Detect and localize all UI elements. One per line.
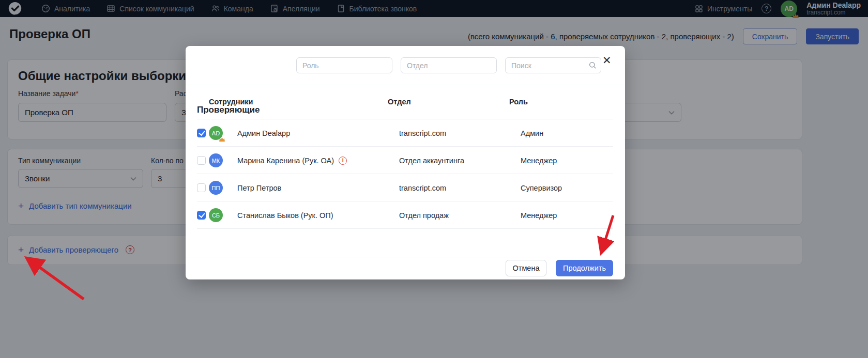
reviewers-modal: Проверяющие ✕ Сотрудники Отдел Роль AD А… <box>186 46 625 279</box>
employee-department: Отдел аккаунтинга <box>399 147 464 174</box>
employee-name: Админ Dealappi <box>237 119 290 147</box>
modal-title: Проверяющие <box>197 105 260 115</box>
table-row: ПП Петр Петровi transcript.com Супервизо… <box>197 174 613 201</box>
employee-role: Менеджер <box>521 147 557 174</box>
employee-name: Петр Петровi <box>237 174 281 201</box>
avatar: СБ <box>209 208 223 222</box>
search-input[interactable] <box>505 57 601 73</box>
avatar: AD <box>209 126 223 140</box>
table-row: AD Админ Dealappi transcript.com Админ <box>197 119 613 147</box>
table-row: СБ Станислав Быков (Рук. ОП)i Отдел прод… <box>197 201 613 229</box>
avatar: МК <box>209 153 223 167</box>
department-filter-input[interactable] <box>401 57 497 73</box>
employee-department: Отдел продаж <box>399 201 449 229</box>
employee-role: Админ <box>521 119 543 147</box>
continue-button[interactable]: Продолжить <box>556 260 613 276</box>
employee-department: transcript.com <box>399 119 446 147</box>
cancel-button[interactable]: Отмена <box>506 260 546 276</box>
avatar: ПП <box>209 181 223 195</box>
crown-icon <box>219 137 225 142</box>
employee-department: transcript.com <box>399 174 446 201</box>
col-header-employees: Сотрудники <box>209 98 253 106</box>
row-checkbox[interactable] <box>197 211 206 220</box>
search-field <box>505 57 601 73</box>
info-icon[interactable]: i <box>339 157 347 165</box>
close-icon[interactable]: ✕ <box>602 55 612 66</box>
employee-role: Супервизор <box>521 174 562 201</box>
role-filter-input[interactable] <box>296 57 392 73</box>
table-row: МК Марина Каренина (Рук. ОА)i Отдел акка… <box>197 147 613 174</box>
search-icon <box>589 61 597 69</box>
col-header-department: Отдел <box>388 98 411 106</box>
divider <box>186 257 625 257</box>
employee-role: Менеджер <box>521 201 557 229</box>
employee-name: Станислав Быков (Рук. ОП)i <box>237 201 333 229</box>
employee-name: Марина Каренина (Рук. ОА)i <box>237 147 347 174</box>
divider <box>186 85 625 85</box>
row-checkbox[interactable] <box>197 183 206 192</box>
row-checkbox[interactable] <box>197 129 206 137</box>
row-checkbox[interactable] <box>197 156 206 165</box>
col-header-role: Роль <box>509 98 528 106</box>
